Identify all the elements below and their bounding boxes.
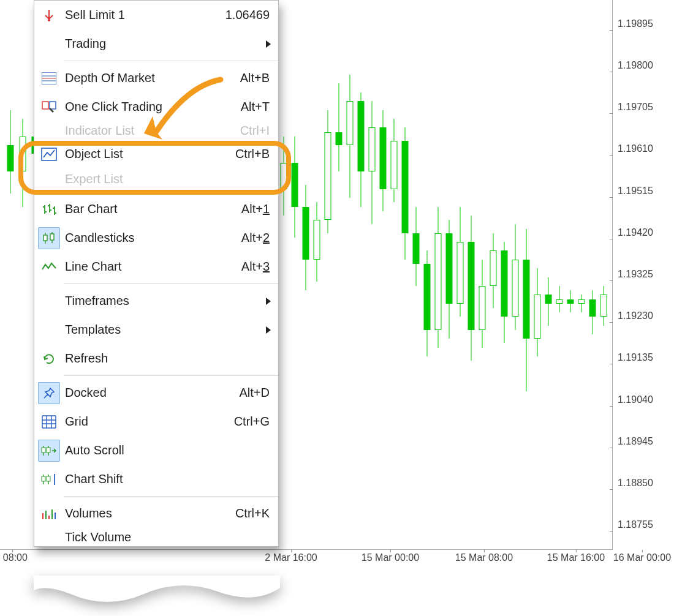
y-tick: 1.18945 [613, 442, 648, 453]
menu-label: Bar Chart [60, 202, 241, 216]
menu-label: Auto Scroll [60, 443, 270, 457]
y-tick: 1.19610 [613, 149, 648, 160]
menu-label: Sell Limit 1 [60, 8, 225, 22]
y-tick: 1.19515 [613, 192, 648, 203]
menu-label: One Click Trading [60, 100, 241, 114]
menu-value: 1.06469 [225, 8, 270, 22]
svg-rect-11 [50, 234, 54, 240]
svg-rect-17 [42, 476, 45, 481]
depth-icon [38, 67, 60, 89]
menu-shortcut: Alt+1 [241, 202, 270, 216]
y-tick: 1.19705 [613, 108, 648, 119]
menu-label: Refresh [60, 351, 270, 366]
menu-shortcut: Alt+3 [241, 260, 270, 274]
menu-depth-of-market[interactable]: Depth Of Market Alt+B [34, 64, 278, 92]
menu-shortcut: Ctrl+G [234, 415, 270, 429]
pin-icon [38, 382, 60, 404]
x-tick: 16 Mar 00:00 [613, 552, 671, 563]
candlesticks-icon [38, 227, 60, 249]
x-tick: r 08:00 [0, 552, 28, 563]
svg-rect-5 [42, 102, 48, 109]
menu-label: Indicator List [60, 124, 240, 138]
menu-label: Templates [60, 323, 270, 337]
menu-chart-shift[interactable]: Chart Shift [34, 465, 278, 494]
context-menu: Sell Limit 1 1.06469 Trading Depth Of Ma… [34, 0, 279, 547]
svg-rect-13 [42, 448, 45, 453]
menu-shortcut: Ctrl+I [240, 124, 270, 138]
line-chart-icon [38, 256, 60, 278]
svg-rect-15 [47, 448, 50, 453]
object-list-icon [38, 143, 60, 165]
menu-line-chart[interactable]: Line Chart Alt+3 [34, 252, 278, 281]
menu-refresh[interactable]: Refresh [34, 344, 278, 373]
menu-label: Depth Of Market [60, 71, 240, 85]
menu-label: Grid [60, 415, 234, 429]
menu-bar-chart[interactable]: Bar Chart Alt+1 [34, 195, 278, 223]
auto-scroll-icon [38, 440, 60, 462]
menu-templates[interactable]: Templates [34, 315, 278, 344]
menu-shortcut: Alt+2 [241, 231, 270, 245]
svg-rect-9 [44, 235, 47, 241]
grid-icon [38, 411, 60, 433]
submenu-arrow-icon [266, 298, 271, 305]
menu-label: Trading [60, 37, 270, 51]
y-tick: 1.19135 [613, 358, 648, 369]
submenu-arrow-icon [266, 326, 271, 334]
menu-label: Candlesticks [60, 231, 241, 245]
volumes-icon [38, 503, 60, 525]
menu-expert-list: Expert List [34, 168, 278, 189]
y-tick: 1.19040 [613, 400, 648, 411]
svg-point-0 [48, 19, 50, 21]
menu-object-list[interactable]: Object List Ctrl+B [34, 140, 278, 168]
menu-candlesticks[interactable]: Candlesticks Alt+2 [34, 223, 278, 252]
menu-label: Object List [60, 147, 235, 161]
menu-shortcut: Alt+B [240, 71, 270, 85]
svg-rect-19 [47, 476, 50, 481]
time-axis: r 08:002 Mar 16:0015 Mar 00:0015 Mar 08:… [0, 550, 613, 574]
submenu-arrow-icon [266, 40, 271, 48]
menu-label: Docked [60, 386, 240, 400]
menu-label: Line Chart [60, 260, 241, 274]
sell-arrow-icon [38, 4, 60, 26]
menu-grid[interactable]: Grid Ctrl+G [34, 407, 278, 436]
menu-label: Timeframes [60, 294, 270, 308]
x-tick: 15 Mar 16:00 [547, 552, 605, 563]
y-tick: 1.19895 [613, 24, 648, 36]
menu-timeframes[interactable]: Timeframes [34, 287, 278, 315]
y-tick: 1.18850 [613, 484, 648, 495]
y-tick: 1.19325 [613, 275, 648, 286]
menu-volumes[interactable]: Volumes Ctrl+K [34, 499, 278, 528]
menu-label: Volumes [60, 506, 235, 520]
menu-label: Tick Volume [60, 530, 270, 544]
x-tick: 15 Mar 00:00 [362, 552, 419, 563]
y-tick: 1.19800 [613, 66, 648, 77]
chart-shift-icon [38, 468, 60, 490]
one-click-icon [38, 96, 60, 118]
menu-auto-scroll[interactable]: Auto Scroll [34, 436, 278, 465]
svg-rect-6 [50, 102, 56, 109]
bar-chart-icon [38, 198, 60, 220]
price-axis: 1.198951.198001.197051.196101.195151.194… [613, 0, 674, 550]
menu-label: Chart Shift [60, 472, 270, 486]
x-tick: 15 Mar 08:00 [455, 552, 513, 563]
menu-indicator-list: Indicator List Ctrl+I [34, 121, 278, 140]
x-tick: 2 Mar 16:00 [265, 552, 317, 563]
y-tick: 1.19230 [613, 317, 648, 328]
menu-trading[interactable]: Trading [34, 29, 278, 58]
menu-sell-limit[interactable]: Sell Limit 1 1.06469 [34, 1, 278, 29]
menu-docked[interactable]: Docked Alt+D [34, 378, 278, 407]
menu-shortcut: Ctrl+B [235, 147, 270, 161]
menu-shortcut: Ctrl+K [235, 506, 270, 520]
menu-shortcut: Alt+D [240, 386, 270, 400]
menu-label: Expert List [60, 172, 270, 186]
y-tick: 1.18755 [613, 525, 648, 536]
menu-tick-volume[interactable]: Tick Volume [34, 528, 278, 546]
menu-one-click-trading[interactable]: One Click Trading Alt+T [34, 92, 278, 121]
refresh-icon [38, 348, 60, 370]
menu-shortcut: Alt+T [241, 100, 270, 114]
y-tick: 1.19420 [613, 233, 648, 244]
